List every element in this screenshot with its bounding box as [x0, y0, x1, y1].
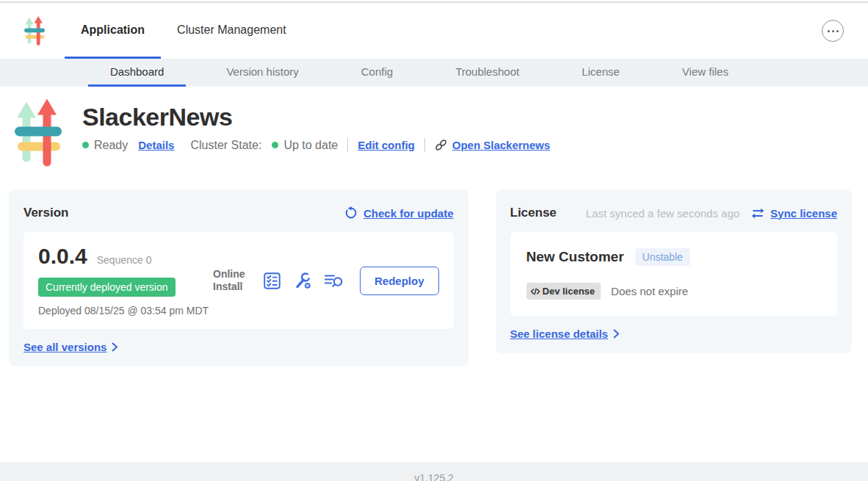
chevron-right-icon [613, 329, 620, 339]
sequence-label: Sequence 0 [97, 254, 152, 266]
chevron-right-icon [112, 342, 118, 352]
app-status-text: Ready [94, 139, 128, 152]
tab-troubleshoot[interactable]: Troubleshoot [433, 59, 541, 87]
tab-label: License [582, 65, 620, 78]
main-content: SlackerNews Ready Details Cluster State:… [0, 98, 868, 462]
version-card: Version Check for update 0.0.4 Sequ [9, 189, 469, 366]
version-card-title: Version [23, 206, 68, 220]
deployed-status-badge: Currently deployed version [38, 278, 176, 297]
link-chain-icon [435, 139, 447, 151]
current-version-panel: 0.0.4 Sequence 0 Currently deployed vers… [23, 232, 454, 329]
tab-view-files[interactable]: View files [660, 59, 751, 87]
topbar-tab-label: Application [81, 23, 145, 37]
install-type-label: Online Install [213, 268, 251, 293]
topbar-tab-application[interactable]: Application [65, 3, 161, 59]
deploy-logs-search-icon[interactable] [324, 272, 344, 289]
app-status-dot [82, 142, 89, 148]
open-app-link[interactable]: Open Slackernews [452, 139, 550, 151]
app-logo-arrows-icon [24, 3, 45, 59]
deployed-timestamp: Deployed 08/15/25 @ 03:54 pm MDT [38, 304, 211, 317]
tab-label: Config [361, 65, 393, 78]
license-info-panel: New Customer Unstable Dev license [510, 232, 837, 316]
customer-name: New Customer [527, 249, 624, 265]
divider [347, 138, 348, 152]
last-synced-text: Last synced a few seconds ago [586, 207, 739, 220]
tab-dashboard[interactable]: Dashboard [88, 59, 186, 87]
app-subnav: Dashboard Version history Config Trouble… [0, 59, 868, 87]
tab-version-history[interactable]: Version history [204, 59, 320, 87]
tab-label: Version history [226, 65, 298, 78]
details-link[interactable]: Details [138, 139, 174, 151]
topbar-tab-cluster-management[interactable]: Cluster Management [161, 3, 303, 59]
code-brackets-icon [530, 287, 540, 296]
topbar-tab-label: Cluster Management [177, 23, 286, 37]
check-for-update-link[interactable]: Check for update [364, 207, 454, 220]
redeploy-button[interactable]: Redeploy [360, 267, 439, 295]
license-type-badge: Dev license [527, 283, 601, 300]
app-icon-arrows [15, 98, 62, 167]
cluster-state-dot [272, 142, 278, 148]
cluster-state-value: Up to date [283, 139, 338, 152]
tab-label: Dashboard [110, 65, 164, 78]
license-type-label: Dev license [543, 286, 596, 297]
topbar: Application Cluster Management [0, 3, 868, 59]
tab-label: Troubleshoot [455, 65, 519, 78]
see-all-versions-link[interactable]: See all versions [23, 341, 106, 353]
tab-label: View files [682, 65, 728, 78]
page-title: SlackerNews [82, 103, 550, 131]
version-number: 0.0.4 [38, 244, 87, 269]
channel-badge: Unstable [635, 248, 690, 266]
license-card: License Last synced a few seconds ago [496, 189, 852, 353]
cluster-state-label: Cluster State: [190, 139, 261, 152]
app-header: SlackerNews Ready Details Cluster State:… [15, 98, 868, 167]
edit-config-link[interactable]: Edit config [358, 139, 415, 151]
refresh-icon [344, 206, 358, 220]
sync-arrows-icon [751, 207, 764, 220]
ellipsis-menu-icon[interactable] [822, 20, 844, 42]
tab-config[interactable]: Config [339, 59, 415, 87]
license-card-title: License [510, 206, 557, 220]
expiry-text: Does not expire [611, 285, 688, 297]
footer: v1.125.2 [0, 462, 868, 481]
console-version: v1.125.2 [414, 472, 454, 481]
config-wrench-gear-icon[interactable] [293, 272, 311, 289]
divider [424, 138, 425, 152]
preflight-checklist-icon[interactable] [264, 272, 281, 289]
see-license-details-link[interactable]: See license details [510, 328, 608, 340]
sync-license-link[interactable]: Sync license [770, 207, 837, 220]
tab-license[interactable]: License [560, 59, 642, 87]
